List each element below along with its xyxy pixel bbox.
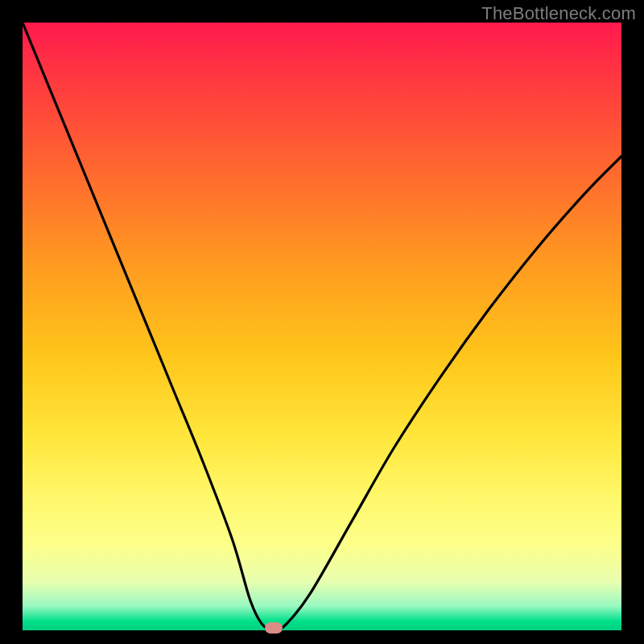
min-marker	[265, 622, 283, 634]
plot-area	[23, 23, 621, 630]
chart-frame: TheBottleneck.com	[0, 0, 644, 644]
watermark-text: TheBottleneck.com	[481, 3, 636, 24]
bottleneck-curve	[23, 23, 621, 630]
